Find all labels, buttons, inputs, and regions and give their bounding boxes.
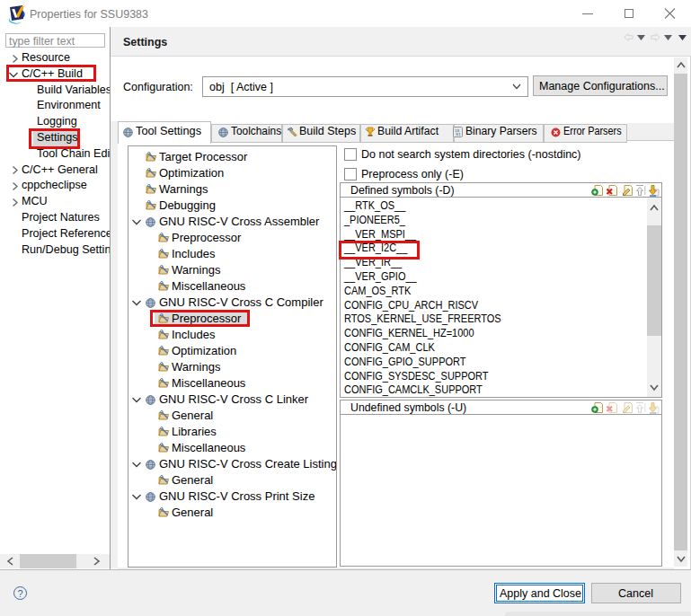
svg-text:01: 01 [456, 132, 461, 136]
